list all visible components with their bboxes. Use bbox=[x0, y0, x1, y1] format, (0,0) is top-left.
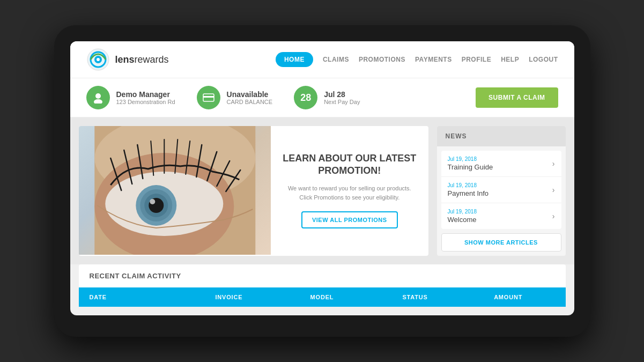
promo-headline: LEARN ABOUT OUR LATEST PROMOTION! bbox=[282, 152, 417, 178]
logo-text: lensrewards bbox=[115, 54, 169, 65]
news-item-2-chevron-icon: › bbox=[552, 186, 555, 194]
col-status: STATUS bbox=[368, 294, 462, 300]
col-model: MODEL bbox=[276, 294, 369, 300]
svg-point-3 bbox=[97, 58, 100, 61]
card-icon bbox=[197, 86, 220, 109]
nav-home[interactable]: HOME bbox=[276, 52, 313, 67]
nav-payments[interactable]: PAYMENTS bbox=[415, 56, 452, 63]
promo-description: We want to reward you for selling our pr… bbox=[282, 184, 417, 203]
promo-image bbox=[79, 126, 271, 255]
news-item-3[interactable]: Jul 19, 2018 Welcome › bbox=[441, 203, 561, 229]
pay-day-label: Next Pay Day bbox=[324, 99, 360, 105]
news-list: Jul 19, 2018 Training Guide › Jul 19, 20… bbox=[441, 151, 561, 229]
svg-rect-7 bbox=[203, 96, 214, 98]
promo-section: LEARN ABOUT OUR LATEST PROMOTION! We wan… bbox=[79, 126, 428, 256]
next-pay-info: 28 Jul 28 Next Pay Day bbox=[294, 86, 360, 109]
svg-point-5 bbox=[94, 99, 102, 104]
nav-claims[interactable]: CLAIMS bbox=[323, 56, 349, 63]
pay-day-num-icon: 28 bbox=[294, 86, 317, 109]
news-item-2-date: Jul 19, 2018 bbox=[448, 182, 489, 188]
col-date: DATE bbox=[90, 294, 183, 300]
news-item-3-title: Welcome bbox=[448, 216, 477, 224]
news-item-2-title: Payment Info bbox=[448, 189, 489, 197]
promo-text: LEARN ABOUT OUR LATEST PROMOTION! We wan… bbox=[271, 126, 428, 255]
news-item-1-chevron-icon: › bbox=[552, 159, 555, 168]
header: lensrewards HOME CLAIMS PROMOTIONS PAYME… bbox=[70, 41, 574, 78]
col-invoice: INVOICE bbox=[182, 294, 276, 300]
logo: lensrewards bbox=[86, 48, 169, 71]
news-item-2[interactable]: Jul 19, 2018 Payment Info › bbox=[441, 177, 561, 203]
news-item-2-content: Jul 19, 2018 Payment Info bbox=[448, 182, 489, 197]
news-header: NEWS bbox=[437, 126, 566, 146]
promo-inner: LEARN ABOUT OUR LATEST PROMOTION! We wan… bbox=[79, 126, 428, 255]
eye-image bbox=[79, 126, 271, 255]
user-details: Demo Manager 123 Demonstration Rd bbox=[116, 90, 175, 105]
main-nav: HOME CLAIMS PROMOTIONS PAYMENTS PROFILE … bbox=[276, 52, 558, 67]
nav-help[interactable]: HELP bbox=[501, 56, 519, 63]
recent-claim-section: RECENT CLAIM ACTIVITY DATE INVOICE MODEL… bbox=[79, 264, 566, 307]
view-promotions-button[interactable]: VIEW ALL PROMOTIONS bbox=[301, 211, 398, 228]
pay-day-details: Jul 28 Next Pay Day bbox=[324, 90, 360, 105]
news-item-3-chevron-icon: › bbox=[552, 212, 555, 220]
user-address: 123 Demonstration Rd bbox=[116, 99, 175, 105]
submit-claim-button[interactable]: SUBMIT A CLAIM bbox=[476, 87, 558, 108]
user-info: Demo Manager 123 Demonstration Rd bbox=[86, 86, 175, 109]
news-item-1[interactable]: Jul 19, 2018 Training Guide › bbox=[441, 151, 561, 177]
nav-profile[interactable]: PROFILE bbox=[462, 56, 492, 63]
news-item-3-date: Jul 19, 2018 bbox=[448, 209, 477, 215]
card-balance-label: CARD BALANCE bbox=[227, 99, 273, 105]
logo-icon bbox=[86, 48, 110, 71]
card-balance-value: Unavailable bbox=[227, 90, 273, 99]
card-balance-details: Unavailable CARD BALANCE bbox=[227, 90, 273, 105]
screen: lensrewards HOME CLAIMS PROMOTIONS PAYME… bbox=[70, 41, 574, 315]
col-amount: AMOUNT bbox=[462, 294, 555, 300]
user-name: Demo Manager bbox=[116, 90, 175, 99]
main-content: LEARN ABOUT OUR LATEST PROMOTION! We wan… bbox=[70, 117, 574, 264]
show-more-articles-button[interactable]: SHOW MORE ARTICLES bbox=[441, 233, 561, 252]
news-section: NEWS Jul 19, 2018 Training Guide › Jul 1… bbox=[437, 126, 566, 256]
news-item-3-content: Jul 19, 2018 Welcome bbox=[448, 209, 477, 224]
svg-point-4 bbox=[95, 93, 101, 99]
card-balance-info: Unavailable CARD BALANCE bbox=[197, 86, 273, 109]
news-item-1-content: Jul 19, 2018 Training Guide bbox=[448, 156, 493, 171]
table-header: DATE INVOICE MODEL STATUS AMOUNT bbox=[79, 287, 566, 307]
device-frame: lensrewards HOME CLAIMS PROMOTIONS PAYME… bbox=[54, 25, 590, 337]
nav-promotions[interactable]: PROMOTIONS bbox=[359, 56, 405, 63]
recent-claim-header: RECENT CLAIM ACTIVITY bbox=[79, 264, 566, 287]
user-bar: Demo Manager 123 Demonstration Rd Unavai… bbox=[70, 78, 574, 117]
svg-point-16 bbox=[150, 199, 155, 204]
news-item-1-date: Jul 19, 2018 bbox=[448, 156, 493, 162]
user-avatar-icon bbox=[86, 86, 110, 109]
news-item-1-title: Training Guide bbox=[448, 163, 493, 171]
nav-logout[interactable]: LOGOUT bbox=[529, 56, 558, 63]
pay-day-date: Jul 28 bbox=[324, 90, 360, 99]
